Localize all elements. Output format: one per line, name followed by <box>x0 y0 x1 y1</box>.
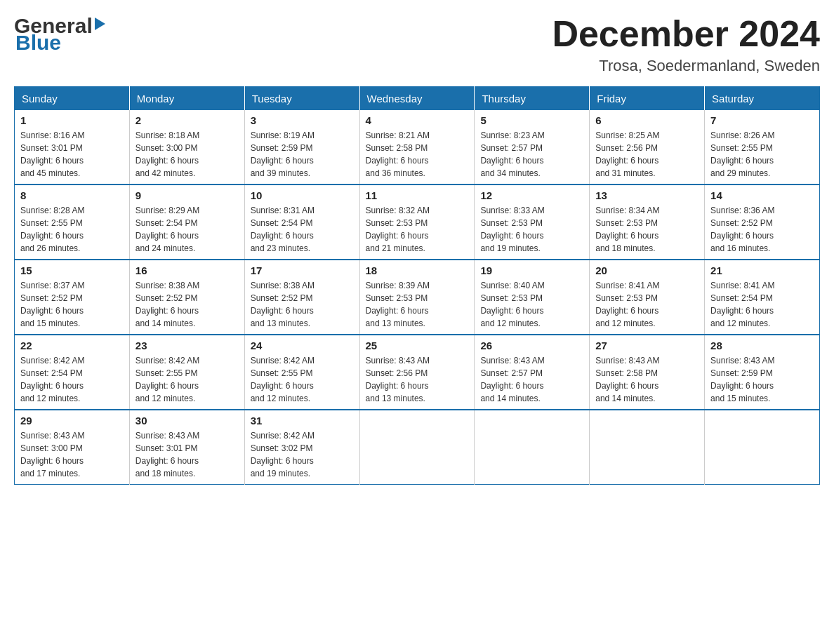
calendar-cell: 19 Sunrise: 8:40 AM Sunset: 2:53 PM Dayl… <box>475 260 590 335</box>
day-info: Sunrise: 8:31 AM Sunset: 2:54 PM Dayligh… <box>251 204 354 255</box>
day-number: 11 <box>366 189 469 201</box>
day-number: 2 <box>135 114 239 126</box>
weekday-header-monday: Monday <box>129 87 244 111</box>
calendar-cell <box>590 410 705 485</box>
day-info: Sunrise: 8:33 AM Sunset: 2:53 PM Dayligh… <box>480 204 583 255</box>
day-info: Sunrise: 8:18 AM Sunset: 3:00 PM Dayligh… <box>135 129 239 180</box>
day-info: Sunrise: 8:43 AM Sunset: 3:01 PM Dayligh… <box>135 429 239 480</box>
weekday-header-thursday: Thursday <box>475 87 590 111</box>
day-number: 24 <box>251 340 354 351</box>
week-row-5: 29 Sunrise: 8:43 AM Sunset: 3:00 PM Dayl… <box>15 410 820 485</box>
day-info: Sunrise: 8:36 AM Sunset: 2:52 PM Dayligh… <box>710 204 814 255</box>
calendar-cell: 1 Sunrise: 8:16 AM Sunset: 3:01 PM Dayli… <box>15 110 130 185</box>
day-info: Sunrise: 8:37 AM Sunset: 2:52 PM Dayligh… <box>20 279 124 330</box>
day-number: 27 <box>595 340 699 351</box>
calendar-cell: 26 Sunrise: 8:43 AM Sunset: 2:57 PM Dayl… <box>475 335 590 410</box>
day-info: Sunrise: 8:42 AM Sunset: 3:02 PM Dayligh… <box>251 429 354 480</box>
calendar-cell: 31 Sunrise: 8:42 AM Sunset: 3:02 PM Dayl… <box>244 410 359 485</box>
calendar-cell: 12 Sunrise: 8:33 AM Sunset: 2:53 PM Dayl… <box>475 185 590 260</box>
calendar-table: SundayMondayTuesdayWednesdayThursdayFrid… <box>14 86 820 485</box>
logo-arrow-icon <box>95 18 105 30</box>
day-info: Sunrise: 8:29 AM Sunset: 2:54 PM Dayligh… <box>135 204 239 255</box>
weekday-header-row: SundayMondayTuesdayWednesdayThursdayFrid… <box>15 87 820 111</box>
weekday-header-friday: Friday <box>590 87 705 111</box>
day-info: Sunrise: 8:41 AM Sunset: 2:53 PM Dayligh… <box>595 279 699 330</box>
day-number: 31 <box>251 415 354 427</box>
day-info: Sunrise: 8:38 AM Sunset: 2:52 PM Dayligh… <box>251 279 354 330</box>
day-info: Sunrise: 8:43 AM Sunset: 2:57 PM Dayligh… <box>480 354 583 405</box>
day-number: 12 <box>480 189 583 201</box>
day-info: Sunrise: 8:42 AM Sunset: 2:54 PM Dayligh… <box>20 354 124 405</box>
day-number: 17 <box>251 264 354 276</box>
day-number: 30 <box>135 415 239 427</box>
day-info: Sunrise: 8:43 AM Sunset: 2:59 PM Dayligh… <box>710 354 814 405</box>
title-area: December 2024 Trosa, Soedermanland, Swed… <box>552 14 820 75</box>
calendar-cell: 15 Sunrise: 8:37 AM Sunset: 2:52 PM Dayl… <box>15 260 130 335</box>
day-number: 14 <box>710 189 814 201</box>
calendar-cell: 25 Sunrise: 8:43 AM Sunset: 2:56 PM Dayl… <box>359 335 475 410</box>
day-info: Sunrise: 8:21 AM Sunset: 2:58 PM Dayligh… <box>366 129 469 180</box>
day-number: 25 <box>366 340 469 351</box>
calendar-cell: 30 Sunrise: 8:43 AM Sunset: 3:01 PM Dayl… <box>129 410 244 485</box>
day-number: 10 <box>251 189 354 201</box>
calendar-cell: 28 Sunrise: 8:43 AM Sunset: 2:59 PM Dayl… <box>705 335 820 410</box>
page-header: General Blue December 2024 Trosa, Soeder… <box>14 14 820 75</box>
day-number: 1 <box>20 114 124 126</box>
day-info: Sunrise: 8:32 AM Sunset: 2:53 PM Dayligh… <box>366 204 469 255</box>
day-number: 26 <box>480 340 583 351</box>
day-number: 20 <box>595 264 699 276</box>
calendar-cell: 20 Sunrise: 8:41 AM Sunset: 2:53 PM Dayl… <box>590 260 705 335</box>
week-row-4: 22 Sunrise: 8:42 AM Sunset: 2:54 PM Dayl… <box>15 335 820 410</box>
calendar-cell: 18 Sunrise: 8:39 AM Sunset: 2:53 PM Dayl… <box>359 260 475 335</box>
day-info: Sunrise: 8:39 AM Sunset: 2:53 PM Dayligh… <box>366 279 469 330</box>
week-row-2: 8 Sunrise: 8:28 AM Sunset: 2:55 PM Dayli… <box>15 185 820 260</box>
calendar-cell <box>475 410 590 485</box>
day-number: 8 <box>20 189 124 201</box>
day-info: Sunrise: 8:26 AM Sunset: 2:55 PM Dayligh… <box>710 129 814 180</box>
day-number: 13 <box>595 189 699 201</box>
day-info: Sunrise: 8:42 AM Sunset: 2:55 PM Dayligh… <box>135 354 239 405</box>
calendar-cell: 9 Sunrise: 8:29 AM Sunset: 2:54 PM Dayli… <box>129 185 244 260</box>
day-info: Sunrise: 8:43 AM Sunset: 2:56 PM Dayligh… <box>366 354 469 405</box>
day-number: 3 <box>251 114 354 126</box>
calendar-cell: 27 Sunrise: 8:43 AM Sunset: 2:58 PM Dayl… <box>590 335 705 410</box>
day-info: Sunrise: 8:42 AM Sunset: 2:55 PM Dayligh… <box>251 354 354 405</box>
day-info: Sunrise: 8:43 AM Sunset: 3:00 PM Dayligh… <box>20 429 124 480</box>
day-number: 5 <box>480 114 583 126</box>
calendar-cell: 7 Sunrise: 8:26 AM Sunset: 2:55 PM Dayli… <box>705 110 820 185</box>
calendar-cell: 17 Sunrise: 8:38 AM Sunset: 2:52 PM Dayl… <box>244 260 359 335</box>
calendar-cell: 24 Sunrise: 8:42 AM Sunset: 2:55 PM Dayl… <box>244 335 359 410</box>
calendar-cell: 14 Sunrise: 8:36 AM Sunset: 2:52 PM Dayl… <box>705 185 820 260</box>
calendar-cell: 23 Sunrise: 8:42 AM Sunset: 2:55 PM Dayl… <box>129 335 244 410</box>
day-info: Sunrise: 8:25 AM Sunset: 2:56 PM Dayligh… <box>595 129 699 180</box>
calendar-cell: 10 Sunrise: 8:31 AM Sunset: 2:54 PM Dayl… <box>244 185 359 260</box>
logo-blue-text: Blue <box>15 31 61 55</box>
day-info: Sunrise: 8:19 AM Sunset: 2:59 PM Dayligh… <box>251 129 354 180</box>
day-info: Sunrise: 8:34 AM Sunset: 2:53 PM Dayligh… <box>595 204 699 255</box>
day-number: 7 <box>710 114 814 126</box>
calendar-cell: 21 Sunrise: 8:41 AM Sunset: 2:54 PM Dayl… <box>705 260 820 335</box>
day-number: 21 <box>710 264 814 276</box>
day-number: 23 <box>135 340 239 351</box>
week-row-1: 1 Sunrise: 8:16 AM Sunset: 3:01 PM Dayli… <box>15 110 820 185</box>
day-number: 6 <box>595 114 699 126</box>
month-title: December 2024 <box>552 14 820 54</box>
day-number: 28 <box>710 340 814 351</box>
day-number: 4 <box>366 114 469 126</box>
weekday-header-sunday: Sunday <box>15 87 130 111</box>
day-info: Sunrise: 8:16 AM Sunset: 3:01 PM Dayligh… <box>20 129 124 180</box>
day-info: Sunrise: 8:28 AM Sunset: 2:55 PM Dayligh… <box>20 204 124 255</box>
calendar-cell: 16 Sunrise: 8:38 AM Sunset: 2:52 PM Dayl… <box>129 260 244 335</box>
day-info: Sunrise: 8:23 AM Sunset: 2:57 PM Dayligh… <box>480 129 583 180</box>
calendar-cell: 5 Sunrise: 8:23 AM Sunset: 2:57 PM Dayli… <box>475 110 590 185</box>
calendar-cell <box>705 410 820 485</box>
day-number: 18 <box>366 264 469 276</box>
weekday-header-saturday: Saturday <box>705 87 820 111</box>
calendar-cell: 3 Sunrise: 8:19 AM Sunset: 2:59 PM Dayli… <box>244 110 359 185</box>
day-info: Sunrise: 8:41 AM Sunset: 2:54 PM Dayligh… <box>710 279 814 330</box>
location-title: Trosa, Soedermanland, Sweden <box>552 57 820 75</box>
day-number: 16 <box>135 264 239 276</box>
day-info: Sunrise: 8:38 AM Sunset: 2:52 PM Dayligh… <box>135 279 239 330</box>
week-row-3: 15 Sunrise: 8:37 AM Sunset: 2:52 PM Dayl… <box>15 260 820 335</box>
calendar-cell: 4 Sunrise: 8:21 AM Sunset: 2:58 PM Dayli… <box>359 110 475 185</box>
